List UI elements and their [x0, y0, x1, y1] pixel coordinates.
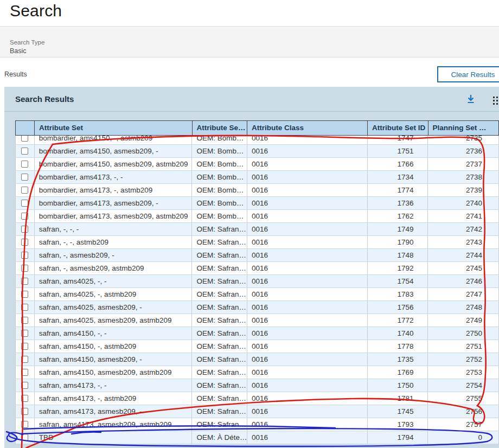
table-row[interactable]: safran, ams4025, asmesb209, astmb209OEM:… — [15, 314, 499, 327]
table-row[interactable]: safran, ams4150, asmesb209, -OEM: Safran… — [15, 353, 499, 366]
overflow-menu-icon[interactable] — [489, 94, 499, 106]
cell-cls: 0016 — [247, 418, 368, 431]
row-checkbox[interactable] — [21, 304, 28, 311]
row-checkbox-cell — [15, 171, 35, 184]
row-checkbox[interactable] — [21, 136, 28, 142]
row-checkbox-cell — [15, 301, 35, 314]
row-checkbox[interactable] — [21, 330, 28, 337]
panel-divider — [4, 111, 499, 112]
column-header-planning-set[interactable]: Planning Set … — [428, 120, 499, 136]
table-row[interactable]: safran, -, -, -OEM: Safran…001617492742 — [15, 223, 499, 236]
cell-set: safran, ams4150, asmesb209, - — [35, 353, 193, 366]
row-checkbox[interactable] — [21, 187, 28, 194]
results-label: Results — [4, 71, 27, 78]
row-checkbox[interactable] — [21, 434, 28, 441]
search-results-panel: Search Results Attribute SetAttribute Se… — [4, 87, 499, 448]
cell-cls: 0016 — [247, 353, 368, 366]
row-checkbox[interactable] — [21, 291, 28, 298]
cell-set: safran, ams4150, -, - — [35, 327, 193, 340]
cell-se: OEM: Safran… — [192, 418, 247, 431]
cell-id: 1749 — [368, 223, 428, 236]
table-header-row: Attribute SetAttribute Se…Attribute Clas… — [15, 120, 499, 136]
table-row[interactable]: bombardier, ams4173, asmesb209, -OEM: Bo… — [15, 197, 499, 210]
table-row[interactable]: bombardier, ams4173, asmesb209, astmb209… — [15, 210, 499, 223]
download-icon[interactable] — [465, 94, 477, 106]
row-checkbox[interactable] — [21, 148, 28, 155]
cell-set: safran, ams4150, asmesb209, astmb209 — [35, 366, 193, 379]
cell-set: safran, -, asmesb209, astmb209 — [35, 262, 193, 275]
row-checkbox[interactable] — [21, 239, 28, 246]
cell-cls: 0016 — [247, 379, 368, 392]
row-checkbox[interactable] — [21, 317, 28, 324]
cell-planning: 2743 — [428, 236, 499, 249]
cell-cls: 0016 — [247, 392, 368, 405]
table-row[interactable]: safran, ams4025, asmesb209, -OEM: Safran… — [15, 301, 499, 314]
table-row[interactable]: safran, ams4150, asmesb209, astmb209OEM:… — [15, 366, 499, 379]
cell-set: bombardier, ams4150, -, astmb209 — [35, 136, 193, 145]
row-checkbox[interactable] — [21, 226, 28, 233]
cell-id: 1766 — [368, 158, 428, 171]
cell-id: 1783 — [368, 288, 428, 301]
row-checkbox[interactable] — [21, 252, 28, 259]
cell-id: 1748 — [368, 249, 428, 262]
cell-cls: 0016 — [247, 275, 368, 288]
row-checkbox[interactable] — [21, 161, 28, 168]
table-row[interactable]: safran, ams4025, -, -OEM: Safran…0016175… — [15, 275, 499, 288]
table-row[interactable]: bombardier, ams4150, asmesb209, -OEM: Bo… — [15, 145, 499, 158]
row-checkbox[interactable] — [21, 369, 28, 376]
row-checkbox-cell — [15, 158, 35, 171]
row-checkbox[interactable] — [21, 421, 28, 428]
table-row[interactable]: bombardier, ams4150, -, astmb209OEM: Bom… — [15, 136, 499, 145]
row-checkbox[interactable] — [21, 213, 28, 220]
row-checkbox[interactable] — [21, 408, 28, 415]
table-row[interactable]: safran, -, asmesb209, astmb209OEM: Safra… — [15, 262, 499, 275]
cell-set: safran, -, asmesb209, - — [35, 249, 193, 262]
row-checkbox[interactable] — [21, 174, 28, 181]
cell-id: 1793 — [368, 418, 428, 431]
cell-planning: 2740 — [428, 197, 499, 210]
cell-set: safran, ams4150, -, astmb209 — [35, 340, 193, 353]
cell-set: safran, ams4025, -, - — [35, 275, 193, 288]
row-checkbox[interactable] — [21, 200, 28, 207]
table-row[interactable]: safran, ams4173, asmesb209, astmb209OEM:… — [15, 418, 499, 431]
row-checkbox[interactable] — [21, 343, 28, 350]
row-checkbox[interactable] — [21, 356, 28, 363]
cell-cls: 0016 — [247, 431, 368, 444]
row-checkbox-cell — [15, 314, 35, 327]
cell-planning: 2736 — [428, 145, 499, 158]
column-header-attribute-class[interactable]: Attribute Class — [247, 120, 368, 136]
table-row[interactable]: safran, -, -, astmb209OEM: Safran…001617… — [15, 236, 499, 249]
cell-set: bombardier, ams4173, asmesb209, - — [35, 197, 193, 210]
table-row[interactable]: safran, -, asmesb209, -OEM: Safran…00161… — [15, 249, 499, 262]
column-header-select[interactable] — [15, 120, 35, 136]
row-checkbox[interactable] — [21, 395, 28, 402]
table-row[interactable]: safran, ams4150, -, astmb209OEM: Safran…… — [15, 340, 499, 353]
table-row[interactable]: bombardier, ams4150, asmesb209, astmb209… — [15, 158, 499, 171]
column-header-attribute-set[interactable]: Attribute Set — [35, 120, 193, 136]
cell-se: OEM: Safran… — [192, 379, 247, 392]
search-type-value: Basic — [10, 47, 27, 55]
cell-set: safran, ams4173, -, - — [35, 379, 193, 392]
table-row[interactable]: bombardier, ams4173, -, -OEM: Bomb…00161… — [15, 171, 499, 184]
table-row[interactable]: safran, ams4025, -, astmb209OEM: Safran…… — [15, 288, 499, 301]
cell-se: OEM: À Déte… — [192, 431, 247, 444]
table-row[interactable]: TBDOEM: À Déte…001617940 — [15, 431, 499, 444]
row-checkbox-cell — [15, 366, 35, 379]
cell-planning: 2749 — [428, 314, 499, 327]
table-row[interactable]: safran, ams4150, -, -OEM: Safran…0016174… — [15, 327, 499, 340]
row-checkbox[interactable] — [21, 265, 28, 272]
clear-results-button[interactable]: Clear Results — [437, 66, 499, 82]
cell-planning: 2756 — [428, 405, 499, 418]
cell-se: OEM: Bomb… — [192, 145, 247, 158]
row-checkbox[interactable] — [21, 382, 28, 389]
table-row[interactable]: safran, ams4173, -, -OEM: Safran…0016175… — [15, 379, 499, 392]
table-row[interactable]: bombardier, ams4173, -, astmb209OEM: Bom… — [15, 184, 499, 197]
table-row[interactable]: safran, ams4173, -, astmb209OEM: Safran…… — [15, 392, 499, 405]
cell-se: OEM: Safran… — [192, 236, 247, 249]
column-header-attribute-set-id[interactable]: Attribute Set ID — [368, 120, 428, 136]
cell-cls: 0016 — [247, 249, 368, 262]
row-checkbox-cell — [15, 431, 35, 444]
row-checkbox[interactable] — [21, 278, 28, 285]
table-row[interactable]: safran, ams4173, asmesb209, -OEM: Safran… — [15, 405, 499, 418]
column-header-attribute-se[interactable]: Attribute Se… — [193, 120, 248, 136]
